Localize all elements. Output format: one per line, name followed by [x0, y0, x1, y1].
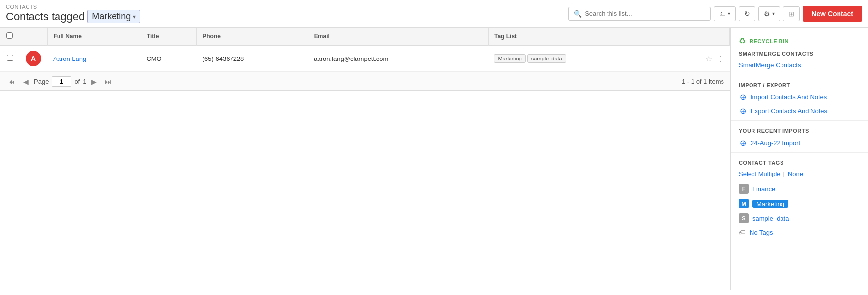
select-multiple-link[interactable]: Select Multiple: [739, 170, 781, 177]
row-checkbox[interactable]: [7, 55, 13, 61]
sidebar: ♻ RECYCLE BIN SMARTMERGE CONTACTS SmartM…: [730, 28, 868, 290]
table-header-row: Full Name Title Phone Email Tag List: [0, 28, 730, 46]
pagination-bar: ⏮ ◀ Page of 1 ▶ ⏭ 1 - 1 of 1 items: [0, 72, 730, 91]
tag-dropdown-icon: ▾: [728, 11, 730, 16]
header-title[interactable]: Title: [141, 28, 196, 46]
contact-tag-row: S sample_data: [731, 211, 868, 226]
tag-pill: Marketing: [494, 54, 525, 63]
divider-1: [731, 75, 868, 75]
no-tags-link[interactable]: No Tags: [750, 229, 773, 236]
gear-icon: ⚙: [764, 10, 770, 18]
tag-item-link[interactable]: Finance: [752, 185, 775, 193]
row-email-cell: aaron.lang@clampett.com: [308, 46, 488, 72]
row-phone-cell: (65) 64367228: [197, 46, 308, 72]
header-avatar-cell: [20, 28, 47, 46]
tag-letter-badge: F: [739, 184, 749, 194]
pagination-count: 1 - 1 of 1 items: [682, 78, 724, 85]
settings-dropdown-icon: ▾: [772, 11, 775, 16]
smartmerge-contacts-link[interactable]: SmartMerge Contacts: [731, 59, 868, 72]
header-taglist[interactable]: Tag List: [488, 28, 666, 46]
divider-3: [731, 152, 868, 153]
import-icon: ⊕: [739, 93, 747, 101]
contact-tag-row: M Marketing: [731, 196, 868, 211]
contact-tag-row: F Finance: [731, 181, 868, 196]
refresh-button[interactable]: ↻: [739, 6, 755, 21]
recycle-bin-icon: ♻: [739, 36, 746, 46]
tag-pill: sample_data: [527, 54, 566, 63]
first-page-button[interactable]: ⏮: [6, 77, 18, 87]
chevron-down-icon: ▾: [133, 13, 136, 20]
row-name-cell: Aaron Lang: [47, 46, 141, 72]
tag-item-link[interactable]: sample_data: [752, 215, 789, 222]
top-bar: CONTACTS Contacts tagged Marketing ▾ 🔍 🏷…: [0, 0, 868, 28]
row-tags-cell: Marketingsample_data: [488, 46, 666, 72]
page-of-label: of: [74, 78, 80, 85]
select-multiple-row: Select Multiple | None: [731, 168, 868, 181]
tag-icon: 🏷: [719, 10, 726, 18]
refresh-icon: ↻: [744, 10, 750, 18]
row-checkbox-cell: [0, 46, 20, 72]
import-link-label: Import Contacts And Notes: [751, 93, 827, 101]
recent-import-icon: ⊕: [739, 139, 747, 147]
page-label: Page: [34, 78, 49, 85]
search-input[interactable]: [585, 10, 705, 17]
contact-tags-section-title: CONTACT TAGS: [731, 156, 868, 168]
next-page-button[interactable]: ▶: [89, 77, 99, 87]
smartmerge-section-title: SMARTMERGE CONTACTS: [731, 47, 868, 59]
tag-badge-label: Marketing: [92, 11, 131, 22]
prev-page-button[interactable]: ◀: [21, 77, 31, 87]
page-title: Contacts tagged Marketing ▾: [6, 10, 564, 23]
smartmerge-link-label: SmartMerge Contacts: [739, 61, 801, 69]
page-title-prefix: Contacts tagged: [6, 10, 85, 23]
row-actions-cell: ☆ ⋮: [666, 46, 729, 72]
columns-icon: ⊞: [788, 10, 794, 18]
breadcrumb: CONTACTS: [6, 4, 564, 10]
export-icon: ⊕: [739, 107, 747, 115]
tag-filter-button[interactable]: 🏷 ▾: [714, 6, 736, 21]
divider-2: [731, 120, 868, 121]
tag-letter-badge: M: [739, 199, 749, 208]
star-icon[interactable]: ☆: [705, 54, 712, 63]
more-options-icon[interactable]: ⋮: [716, 54, 724, 63]
tag-letter-badge: S: [739, 213, 749, 223]
no-tags-icon: 🏷: [739, 228, 746, 236]
header-checkbox-cell: [0, 28, 20, 46]
export-contacts-link[interactable]: ⊕ Export Contacts And Notes: [731, 104, 868, 118]
tag-item-link[interactable]: Marketing: [752, 200, 788, 208]
search-box: 🔍: [568, 7, 711, 21]
table-row: A Aaron Lang CMO (65) 64367228 aaron.lan…: [0, 46, 730, 72]
new-contact-button[interactable]: New Contact: [803, 6, 862, 22]
import-export-section-title: IMPORT / EXPORT: [731, 78, 868, 90]
recent-import-link[interactable]: ⊕ 24-Aug-22 Import: [731, 136, 868, 149]
select-all-checkbox[interactable]: [6, 32, 13, 39]
avatar-cell: A: [20, 46, 47, 72]
avatar: A: [26, 51, 41, 66]
recent-imports-section-title: YOUR RECENT IMPORTS: [731, 124, 868, 136]
recent-import-link-label: 24-Aug-22 Import: [751, 139, 800, 147]
contact-name-link[interactable]: Aaron Lang: [53, 55, 86, 62]
page-input[interactable]: [52, 76, 71, 87]
settings-button[interactable]: ⚙ ▾: [758, 6, 780, 21]
main-area: Full Name Title Phone Email Tag List A A…: [0, 28, 868, 290]
columns-button[interactable]: ⊞: [783, 6, 800, 21]
contacts-table: Full Name Title Phone Email Tag List A A…: [0, 28, 730, 72]
search-icon: 🔍: [574, 10, 582, 18]
none-link[interactable]: None: [788, 170, 803, 177]
tag-badge[interactable]: Marketing ▾: [87, 10, 140, 23]
recycle-bin-label: RECYCLE BIN: [750, 38, 789, 44]
no-tags-row: 🏷 No Tags: [731, 226, 868, 238]
export-link-label: Export Contacts And Notes: [751, 107, 827, 115]
row-title-cell: CMO: [141, 46, 196, 72]
header-phone[interactable]: Phone: [197, 28, 308, 46]
title-area: CONTACTS Contacts tagged Marketing ▾: [6, 4, 564, 23]
header-fullname[interactable]: Full Name: [47, 28, 141, 46]
page-total: 1: [83, 78, 86, 85]
header-actions: [666, 28, 729, 46]
recycle-bin-row: ♻ RECYCLE BIN: [731, 33, 868, 47]
last-page-button[interactable]: ⏭: [102, 77, 114, 87]
import-contacts-link[interactable]: ⊕ Import Contacts And Notes: [731, 90, 868, 104]
pipe-separator: |: [783, 170, 785, 177]
header-email[interactable]: Email: [308, 28, 488, 46]
sidebar-tags-container: F Finance M Marketing S sample_data: [731, 181, 868, 226]
table-area: Full Name Title Phone Email Tag List A A…: [0, 28, 730, 290]
